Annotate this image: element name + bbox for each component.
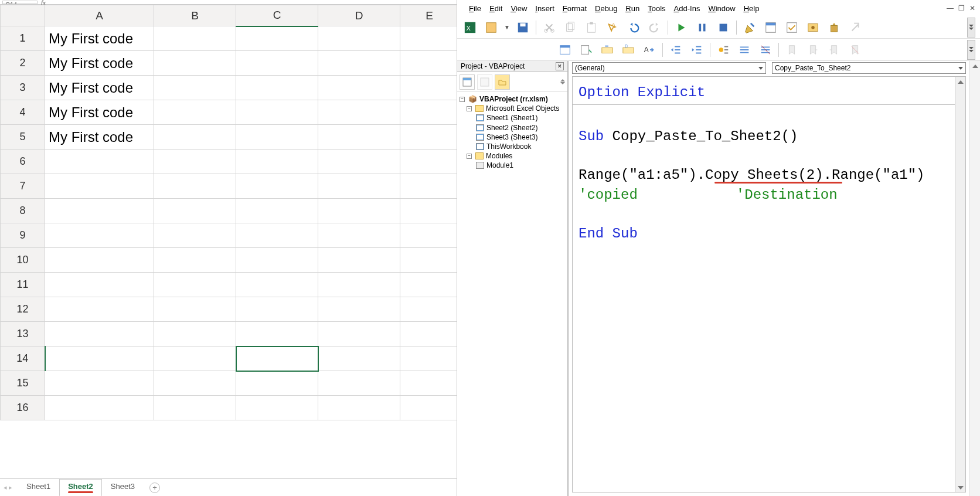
menu-add-ins[interactable]: Add-Ins bbox=[674, 4, 700, 13]
vbe-toolbar-1[interactable]: X ▼ A bbox=[457, 16, 980, 39]
vbe-menubar[interactable]: VB FileEditViewInsertFormatDebugRunTools… bbox=[457, 0, 980, 16]
bookmark-icon[interactable] bbox=[784, 42, 800, 58]
cell[interactable]: My First code bbox=[45, 76, 154, 100]
cell[interactable] bbox=[318, 51, 400, 76]
cell[interactable] bbox=[45, 322, 154, 346]
prev-bookmark-icon[interactable] bbox=[826, 42, 842, 58]
row-header[interactable]: 8 bbox=[1, 199, 45, 223]
toggle-folders-icon[interactable] bbox=[495, 74, 510, 90]
cell[interactable] bbox=[400, 223, 457, 248]
cell[interactable]: My First code bbox=[45, 51, 154, 76]
cut-icon[interactable] bbox=[541, 19, 557, 36]
menu-run[interactable]: Run bbox=[625, 4, 639, 13]
cell[interactable] bbox=[154, 297, 236, 322]
view-excel-icon[interactable]: X bbox=[462, 19, 478, 36]
object-dropdown[interactable]: (General) bbox=[572, 62, 766, 74]
row-header[interactable]: 12 bbox=[1, 297, 45, 322]
clear-bookmarks-icon[interactable] bbox=[847, 42, 863, 58]
menu-insert[interactable]: Insert bbox=[535, 4, 554, 13]
cell[interactable] bbox=[318, 273, 400, 297]
tab-nav-arrows[interactable]: ◂ ▸ bbox=[4, 484, 12, 491]
cell[interactable] bbox=[236, 125, 318, 150]
tree-sheet-item[interactable]: Sheet2 (Sheet2) bbox=[486, 123, 537, 133]
procedure-dropdown[interactable]: Copy_Paste_To_Sheet2 bbox=[772, 62, 966, 74]
scroll-up-icon[interactable] bbox=[955, 77, 965, 87]
cell[interactable] bbox=[318, 76, 400, 100]
cell[interactable] bbox=[318, 396, 400, 420]
worksheet[interactable]: A B C D E 1My First code2My First code3M… bbox=[0, 5, 457, 478]
vbe-toolbar-2[interactable]: () A bbox=[457, 39, 980, 61]
scroll-up-icon[interactable] bbox=[970, 61, 980, 72]
cell[interactable] bbox=[154, 150, 236, 174]
breakpoint-icon[interactable] bbox=[715, 42, 731, 58]
cell[interactable] bbox=[236, 396, 318, 420]
cell[interactable] bbox=[236, 26, 318, 51]
row-header[interactable]: 9 bbox=[1, 223, 45, 248]
cell[interactable] bbox=[154, 346, 236, 371]
cell[interactable] bbox=[236, 322, 318, 346]
row-header[interactable]: 3 bbox=[1, 76, 45, 100]
cell[interactable] bbox=[236, 174, 318, 199]
cell[interactable] bbox=[236, 297, 318, 322]
save-icon[interactable] bbox=[515, 19, 531, 36]
menu-view[interactable]: View bbox=[511, 4, 527, 13]
properties-icon[interactable] bbox=[784, 19, 800, 36]
cell[interactable] bbox=[154, 248, 236, 273]
cell[interactable] bbox=[236, 51, 318, 76]
project-explorer[interactable]: Project - VBAProject ✕ −📦VBAProject (rr.… bbox=[457, 61, 569, 496]
cell[interactable] bbox=[236, 199, 318, 223]
cell[interactable] bbox=[154, 100, 236, 125]
col-header-D[interactable]: D bbox=[318, 5, 400, 26]
cell[interactable] bbox=[318, 371, 400, 396]
sheet-tab-sheet2[interactable]: Sheet2 bbox=[59, 479, 102, 496]
insert-module-icon[interactable] bbox=[483, 19, 499, 36]
cell[interactable]: My First code bbox=[45, 125, 154, 150]
cell[interactable] bbox=[400, 150, 457, 174]
close-button[interactable]: ✕ bbox=[969, 4, 975, 12]
row-header[interactable]: 2 bbox=[1, 51, 45, 76]
cell[interactable] bbox=[45, 396, 154, 420]
cell[interactable] bbox=[45, 174, 154, 199]
cell[interactable] bbox=[154, 26, 236, 51]
cell[interactable] bbox=[45, 297, 154, 322]
name-box[interactable]: C14 bbox=[2, 1, 38, 4]
toolbar-overflow-icon[interactable] bbox=[967, 18, 975, 38]
view-object-icon[interactable] bbox=[477, 74, 492, 90]
row-header[interactable]: 5 bbox=[1, 125, 45, 150]
cell[interactable] bbox=[45, 199, 154, 223]
cell[interactable] bbox=[400, 396, 457, 420]
row-header[interactable]: 4 bbox=[1, 100, 45, 125]
next-bookmark-icon[interactable] bbox=[805, 42, 821, 58]
row-header[interactable]: 14 bbox=[1, 346, 45, 371]
row-header[interactable]: 7 bbox=[1, 174, 45, 199]
cell[interactable] bbox=[154, 396, 236, 420]
col-header-B[interactable]: B bbox=[154, 5, 236, 26]
cell[interactable] bbox=[400, 199, 457, 223]
view-code-icon[interactable] bbox=[460, 74, 475, 90]
row-header[interactable]: 11 bbox=[1, 273, 45, 297]
outdent-icon[interactable] bbox=[689, 42, 705, 58]
cell[interactable] bbox=[400, 248, 457, 273]
project-panel-close-icon[interactable]: ✕ bbox=[556, 62, 564, 70]
tree-thisworkbook[interactable]: ThisWorkbook bbox=[486, 142, 531, 151]
reset-icon[interactable] bbox=[715, 19, 731, 36]
menu-debug[interactable]: Debug bbox=[595, 4, 617, 13]
quick-info-icon[interactable] bbox=[599, 42, 615, 58]
design-mode-icon[interactable] bbox=[741, 19, 758, 36]
copy-icon[interactable] bbox=[562, 19, 579, 36]
minimize-button[interactable]: — bbox=[947, 4, 954, 12]
modules-folder[interactable]: Modules bbox=[486, 151, 512, 161]
cell[interactable] bbox=[400, 371, 457, 396]
toolbar2-overflow-icon[interactable] bbox=[967, 40, 975, 60]
uncomment-block-icon[interactable] bbox=[757, 42, 774, 58]
break-icon[interactable] bbox=[694, 19, 710, 36]
cell[interactable] bbox=[318, 346, 400, 371]
cell[interactable] bbox=[400, 100, 457, 125]
cell[interactable] bbox=[236, 371, 318, 396]
paste-icon[interactable] bbox=[583, 19, 600, 36]
cell[interactable] bbox=[154, 199, 236, 223]
cell[interactable] bbox=[318, 150, 400, 174]
cell[interactable] bbox=[154, 51, 236, 76]
help-icon[interactable] bbox=[847, 19, 863, 36]
cell[interactable] bbox=[45, 150, 154, 174]
